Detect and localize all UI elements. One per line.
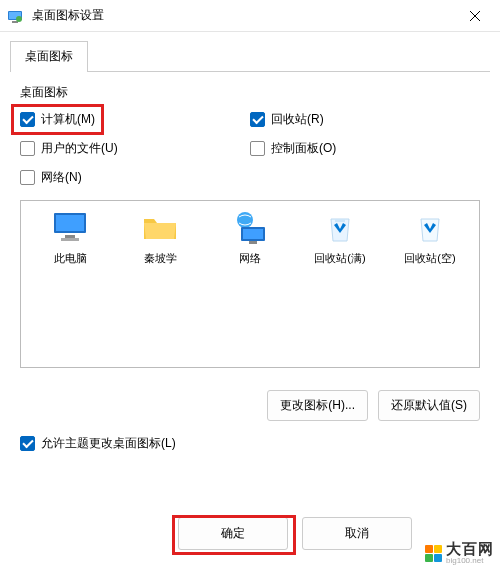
watermark-url: big100.net xyxy=(446,557,494,566)
app-icon xyxy=(8,8,24,24)
icon-item-thispc[interactable]: 此电脑 xyxy=(30,211,110,266)
icon-item-recycle-full[interactable]: 回收站(满) xyxy=(300,211,380,266)
icon-label: 回收站(满) xyxy=(314,251,365,266)
group-label: 桌面图标 xyxy=(20,84,480,101)
highlight-computer: 计算机(M) xyxy=(11,104,104,135)
checkbox-icon xyxy=(20,141,35,156)
cancel-button[interactable]: 取消 xyxy=(302,517,412,550)
tab-strip: 桌面图标 xyxy=(10,40,490,72)
checkbox-label: 回收站(R) xyxy=(271,111,324,128)
checkbox-label: 允许主题更改桌面图标(L) xyxy=(41,435,176,452)
icon-label: 回收站(空) xyxy=(404,251,455,266)
title-bar: 桌面图标设置 xyxy=(0,0,500,32)
svg-rect-11 xyxy=(249,241,257,244)
checkbox-computer[interactable]: 计算机(M) xyxy=(20,111,95,128)
svg-point-3 xyxy=(16,16,22,22)
checkbox-icon xyxy=(250,141,265,156)
watermark-text: 大百网 xyxy=(446,541,494,558)
checkbox-recycle[interactable]: 回收站(R) xyxy=(250,111,324,128)
icon-button-row: 更改图标(H)... 还原默认值(S) xyxy=(0,378,500,427)
recycle-full-icon xyxy=(321,211,359,245)
icon-item-recycle-empty[interactable]: 回收站(空) xyxy=(390,211,470,266)
checkbox-control[interactable]: 控制面板(O) xyxy=(250,140,336,157)
svg-rect-6 xyxy=(65,235,75,238)
folder-icon xyxy=(141,211,179,245)
content-area: 桌面图标 计算机(M) 回收站(R) 用户的文件(U) xyxy=(0,72,500,378)
icon-label: 网络 xyxy=(239,251,261,266)
icon-label: 此电脑 xyxy=(54,251,87,266)
network-icon xyxy=(231,211,269,245)
svg-rect-7 xyxy=(61,238,79,241)
footer-buttons: 确定 取消 xyxy=(178,517,412,550)
checkbox-network[interactable]: 网络(N) xyxy=(20,169,82,186)
checkbox-icon xyxy=(20,170,35,185)
ok-button[interactable]: 确定 xyxy=(178,517,288,550)
checkbox-icon xyxy=(20,436,35,451)
icon-item-network[interactable]: 网络 xyxy=(210,211,290,266)
svg-rect-5 xyxy=(56,215,84,231)
checkbox-userfiles[interactable]: 用户的文件(U) xyxy=(20,140,118,157)
watermark-logo-icon xyxy=(424,544,442,562)
close-button[interactable] xyxy=(452,0,498,32)
window-title: 桌面图标设置 xyxy=(32,7,452,24)
checkbox-label: 用户的文件(U) xyxy=(41,140,118,157)
checkbox-label: 网络(N) xyxy=(41,169,82,186)
close-icon xyxy=(470,11,480,21)
icon-label: 秦坡学 xyxy=(144,251,177,266)
icon-item-user[interactable]: 秦坡学 xyxy=(120,211,200,266)
checkbox-icon xyxy=(20,112,35,127)
recycle-empty-icon xyxy=(411,211,449,245)
watermark: 大百网 big100.net xyxy=(424,541,494,566)
checkbox-label: 计算机(M) xyxy=(41,111,95,128)
allow-theme-row[interactable]: 允许主题更改桌面图标(L) xyxy=(0,427,500,452)
change-icon-button[interactable]: 更改图标(H)... xyxy=(267,390,368,421)
icon-preview-panel: 此电脑 秦坡学 网络 xyxy=(20,200,480,368)
checkbox-label: 控制面板(O) xyxy=(271,140,336,157)
restore-default-button[interactable]: 还原默认值(S) xyxy=(378,390,480,421)
svg-point-8 xyxy=(237,212,253,228)
checkbox-icon xyxy=(250,112,265,127)
tab-desktop-icons[interactable]: 桌面图标 xyxy=(10,41,88,72)
monitor-icon xyxy=(51,211,89,245)
checkbox-grid: 计算机(M) 回收站(R) 用户的文件(U) 控制面板(O) xyxy=(20,111,480,186)
svg-rect-10 xyxy=(243,229,263,239)
